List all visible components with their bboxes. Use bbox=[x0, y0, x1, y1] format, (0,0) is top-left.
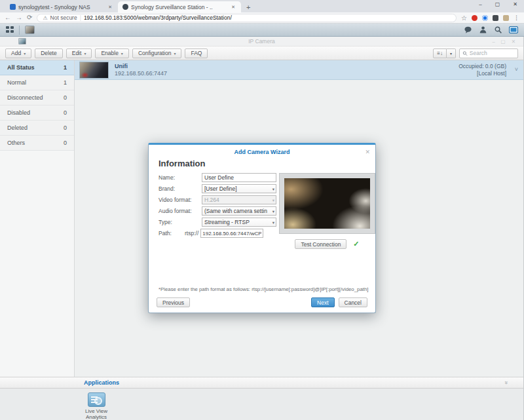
ip-camera-window-controls: – ▢ ✕ bbox=[492, 39, 515, 45]
previous-button[interactable]: Previous bbox=[157, 297, 190, 307]
faq-button[interactable]: FAQ bbox=[185, 48, 208, 58]
add-button[interactable]: Add ▾ bbox=[5, 48, 31, 58]
tab-close-icon[interactable]: ✕ bbox=[230, 4, 236, 10]
next-button[interactable]: Next bbox=[311, 297, 334, 307]
configuration-button[interactable]: Configuration ▾ bbox=[132, 48, 182, 58]
search-box[interactable] bbox=[459, 48, 518, 58]
omnibox[interactable]: ⚠ Not secure | 192.168.50.183:5000/webma… bbox=[37, 14, 457, 22]
path-prefix: rtsp:// bbox=[185, 230, 198, 237]
sidebar-item-label: All Status bbox=[7, 64, 35, 71]
enable-button[interactable]: Enable ▾ bbox=[95, 48, 128, 58]
sidebar-item-deleted[interactable]: Deleted 0 bbox=[0, 121, 74, 136]
path-input[interactable] bbox=[200, 229, 263, 238]
notifications-icon[interactable] bbox=[464, 26, 472, 34]
browser-tab-strip: synologytest - Synology NAS ✕ Synology S… bbox=[0, 0, 524, 12]
tab-title: Synology Surveillance Station - .. bbox=[131, 4, 227, 10]
brand-select[interactable]: [User Define] ▾ bbox=[202, 184, 276, 193]
form-row-video-format: Video format: H.264 ▾ bbox=[159, 195, 278, 204]
extension-icon-dark[interactable] bbox=[493, 15, 498, 21]
delete-button[interactable]: Delete bbox=[35, 48, 63, 58]
browser-window-controls: – ▢ ✕ bbox=[472, 0, 524, 9]
window-maximize-button[interactable]: ▢ bbox=[501, 39, 506, 45]
status-sidebar: All Status 1 Normal 1 Disconnected 0 Dis… bbox=[0, 60, 75, 377]
applications-dock: Live View Analytics bbox=[0, 389, 523, 420]
success-check-icon: ✓ bbox=[353, 240, 359, 248]
tab-close-icon[interactable]: ✕ bbox=[107, 4, 113, 10]
window-close-button[interactable]: ✕ bbox=[512, 39, 515, 45]
sidebar-item-count: 0 bbox=[64, 124, 67, 131]
new-tab-button[interactable]: + bbox=[241, 3, 255, 12]
configuration-button-label: Configuration bbox=[138, 50, 172, 56]
sort-dropdown-arrow-icon[interactable]: ▾ bbox=[447, 48, 456, 58]
previous-button-label: Previous bbox=[162, 299, 184, 306]
ip-camera-window-title: IP Camera bbox=[0, 37, 523, 46]
search-icon bbox=[462, 50, 468, 56]
camera-toolbar: Add ▾ Delete Edit ▾ Enable ▾ Configurati… bbox=[0, 46, 523, 60]
live-view-analytics-app[interactable]: Live View Analytics bbox=[83, 392, 110, 420]
user-account-icon[interactable] bbox=[479, 26, 487, 34]
camera-row-unifi[interactable]: Unifi 192.168.50.66:7447 Occupied: 0.0 (… bbox=[75, 60, 523, 80]
camera-preview-frame bbox=[279, 173, 375, 234]
forward-icon[interactable]: → bbox=[16, 14, 22, 21]
next-button-label: Next bbox=[317, 299, 328, 306]
window-minimize-button[interactable]: – bbox=[492, 39, 495, 45]
row-chevron-down-icon[interactable]: ˅ bbox=[515, 66, 518, 73]
camera-address: 192.168.50.66:7447 bbox=[115, 70, 167, 77]
audio-format-select[interactable]: (Same with camera setting) ▾ bbox=[202, 206, 276, 216]
sidebar-item-disabled[interactable]: Disabled 0 bbox=[0, 105, 74, 121]
browser-tab-surveillance-station[interactable]: Synology Surveillance Station - .. ✕ bbox=[118, 1, 241, 12]
form-row-path: Path: rtsp:// bbox=[159, 229, 278, 238]
type-select[interactable]: Streaming - RTSP ▾ bbox=[202, 218, 276, 227]
back-icon[interactable]: ← bbox=[5, 14, 11, 21]
camera-host: [Local Host] bbox=[458, 70, 506, 77]
wizard-section-title: Information bbox=[159, 159, 206, 168]
extension-icon-red[interactable] bbox=[472, 15, 477, 21]
sidebar-item-normal[interactable]: Normal 1 bbox=[0, 75, 74, 90]
url-text: 192.168.50.183:5000/webman/3rdparty/Surv… bbox=[84, 14, 232, 21]
video-format-value: H.264 bbox=[204, 197, 219, 203]
form-row-type: Type: Streaming - RTSP ▾ bbox=[159, 218, 278, 227]
cancel-button-label: Cancel bbox=[345, 299, 362, 306]
browser-tab-synology-nas[interactable]: synologytest - Synology NAS ✕ bbox=[5, 1, 118, 12]
edit-button-label: Edit bbox=[72, 50, 82, 56]
browser-maximize-button[interactable]: ▢ bbox=[489, 0, 507, 9]
name-input[interactable] bbox=[202, 173, 276, 182]
dsm-taskbar bbox=[0, 24, 524, 37]
applications-bar[interactable]: Applications » bbox=[0, 377, 523, 389]
bookmark-star-icon[interactable]: ☆ bbox=[461, 14, 467, 22]
sidebar-item-count: 1 bbox=[64, 64, 67, 71]
camera-thumbnail bbox=[79, 62, 109, 79]
sidebar-item-label: Disconnected bbox=[7, 94, 43, 101]
widgets-icon[interactable] bbox=[509, 26, 518, 33]
screen: synologytest - Synology NAS ✕ Synology S… bbox=[0, 0, 524, 420]
browser-menu-icon[interactable]: ⋮ bbox=[514, 14, 519, 21]
sidebar-item-disconnected[interactable]: Disconnected 0 bbox=[0, 90, 74, 105]
main-menu-icon[interactable] bbox=[6, 26, 14, 33]
add-button-label: Add bbox=[11, 50, 21, 56]
video-format-label: Video format: bbox=[159, 197, 202, 203]
dropdown-arrow-icon: ▾ bbox=[121, 51, 123, 56]
sidebar-item-others[interactable]: Others 0 bbox=[0, 136, 74, 151]
browser-minimize-button[interactable]: – bbox=[472, 0, 488, 9]
ip-camera-window-icon bbox=[18, 38, 26, 45]
search-icon[interactable] bbox=[494, 26, 502, 34]
extension-icon-tan[interactable] bbox=[503, 15, 509, 21]
test-connection-button[interactable]: Test Connection bbox=[295, 239, 346, 249]
search-input[interactable] bbox=[470, 50, 515, 56]
enable-button-label: Enable bbox=[101, 50, 118, 56]
omnibox-separator: | bbox=[80, 14, 81, 21]
sidebar-item-all-status[interactable]: All Status 1 bbox=[0, 60, 74, 75]
wizard-close-icon[interactable]: ✕ bbox=[365, 149, 370, 155]
sort-control: ≡↓ ▾ bbox=[433, 48, 456, 58]
collapse-chevron-icon[interactable]: » bbox=[502, 381, 509, 384]
extension-icon-blue[interactable] bbox=[482, 15, 488, 21]
sort-button[interactable]: ≡↓ bbox=[433, 48, 447, 58]
cancel-button[interactable]: Cancel bbox=[339, 297, 367, 307]
form-row-audio-format: Audio format: (Same with camera setting)… bbox=[159, 206, 278, 216]
edit-button[interactable]: Edit ▾ bbox=[66, 48, 92, 58]
browser-extension-area: ☆ ⋮ bbox=[461, 14, 519, 22]
refresh-icon[interactable]: ⟳ bbox=[27, 14, 32, 21]
dropdown-arrow-icon: ▾ bbox=[272, 209, 274, 214]
surveillance-task-icon[interactable] bbox=[25, 26, 35, 34]
browser-close-button[interactable]: ✕ bbox=[506, 0, 524, 9]
